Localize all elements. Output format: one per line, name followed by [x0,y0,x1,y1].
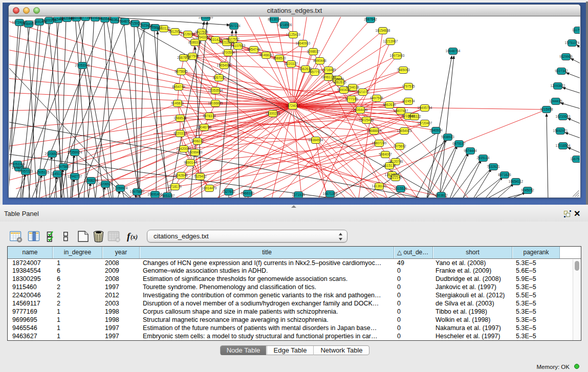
svg-text:23420046: 23420046 [177,147,191,150]
svg-text:10653287: 10653287 [160,194,175,198]
svg-text:7975692: 7975692 [393,144,406,148]
svg-text:16210643: 16210643 [556,115,571,118]
svg-text:9242848: 9242848 [175,173,188,177]
svg-text:13654923: 13654923 [397,129,412,133]
svg-text:11125419: 11125419 [286,33,300,36]
svg-text:1588520: 1588520 [173,116,187,120]
svg-text:9245052: 9245052 [521,188,534,192]
svg-text:16543382: 16543382 [195,35,210,39]
svg-text:15495754: 15495754 [418,106,432,110]
svg-text:7485063: 7485063 [397,68,410,72]
svg-text:1621072: 1621072 [356,90,369,94]
svg-text:23226058: 23226058 [181,32,195,36]
svg-text:9890144: 9890144 [184,161,197,164]
svg-text:1588520: 1588520 [273,56,286,60]
svg-text:6479197: 6479197 [452,142,466,145]
svg-text:12942737: 12942737 [68,174,82,178]
svg-text:1117534: 1117534 [572,28,580,32]
svg-text:5875685: 5875685 [175,70,188,73]
svg-text:9827552: 9827552 [226,37,239,41]
svg-text:15692971: 15692971 [553,129,568,133]
svg-text:9474444: 9474444 [464,149,477,152]
svg-text:8912954: 8912954 [168,30,182,33]
svg-text:16107553: 16107553 [231,44,246,48]
svg-text:16914479: 16914479 [202,186,217,190]
svg-text:10120746: 10120746 [388,160,403,163]
svg-text:16648764: 16648764 [446,49,461,53]
svg-text:3024574: 3024574 [402,99,415,103]
svg-text:1797515: 1797515 [402,84,415,88]
svg-text:10975887: 10975887 [130,190,145,193]
svg-text:17359924: 17359924 [113,186,128,190]
svg-text:18640910: 18640910 [296,41,311,45]
svg-text:19384554: 19384554 [309,138,323,142]
svg-text:5984067: 5984067 [379,152,392,156]
svg-text:5938923: 5938923 [441,135,454,139]
svg-text:1640934: 1640934 [429,128,443,132]
svg-text:12093822: 12093822 [551,84,565,87]
svg-text:7625402: 7625402 [193,174,207,178]
svg-text:1615132: 1615132 [383,164,396,167]
svg-text:9777169: 9777169 [345,97,358,101]
svg-text:16154838: 16154838 [376,29,390,32]
svg-text:9457791: 9457791 [308,70,321,74]
svg-text:19218506: 19218506 [277,23,292,27]
svg-text:20053346: 20053346 [75,63,90,67]
svg-text:7632621: 7632621 [487,165,500,168]
svg-text:14136141: 14136141 [372,184,387,188]
svg-text:20364436: 20364436 [353,108,368,112]
svg-text:8454749: 8454749 [247,48,260,51]
svg-text:2687642: 2687642 [364,17,377,21]
svg-text:12213967: 12213967 [383,39,398,43]
svg-text:8454749: 8454749 [172,85,185,89]
svg-text:10975887: 10975887 [56,165,71,168]
svg-text:7357224: 7357224 [227,24,241,28]
svg-text:1071915: 1071915 [292,193,305,196]
svg-text:10807447: 10807447 [394,109,408,113]
svg-text:(x): (x) [130,233,138,240]
svg-text:6794028: 6794028 [346,85,359,89]
svg-text:15720407: 15720407 [418,121,432,125]
svg-text:7663822: 7663822 [434,193,448,197]
svg-text:3267110: 3267110 [213,76,226,79]
svg-text:8220337: 8220337 [173,132,187,135]
svg-text:10688609: 10688609 [367,129,382,133]
svg-text:2367608: 2367608 [177,56,190,59]
svg-text:17359924: 17359924 [68,150,82,154]
svg-text:8471626: 8471626 [498,173,511,177]
svg-text:12353594: 12353594 [208,89,223,92]
svg-text:20206526: 20206526 [45,152,60,156]
svg-text:18724007: 18724007 [286,104,300,107]
svg-text:12213369: 12213369 [220,40,234,44]
svg-text:1098617: 1098617 [307,50,320,53]
svg-text:9329966: 9329966 [559,55,573,58]
svg-text:9227342: 9227342 [555,69,568,73]
svg-text:15751074: 15751074 [565,41,580,45]
svg-text:1167534: 1167534 [571,157,580,161]
svg-text:3215958: 3215958 [540,107,553,111]
svg-text:18807249: 18807249 [372,141,387,145]
svg-text:10025438: 10025438 [359,118,374,122]
svg-text:20206526: 20206526 [98,182,113,186]
svg-text:9146821: 9146821 [171,101,184,105]
svg-text:8813014: 8813014 [268,17,281,21]
svg-text:1527602: 1527602 [222,190,235,193]
svg-text:2935114: 2935114 [477,156,490,160]
svg-text:18300295: 18300295 [266,112,280,115]
svg-text:1700564: 1700564 [222,51,235,54]
svg-text:17016504: 17016504 [556,144,571,147]
svg-text:8990448: 8990448 [313,59,326,62]
svg-text:19166825: 19166825 [208,101,223,105]
svg-text:10973493: 10973493 [390,54,405,57]
svg-text:16033809: 16033809 [199,17,213,19]
svg-text:3498222: 3498222 [191,139,204,143]
svg-text:1145139: 1145139 [51,172,64,176]
svg-text:16782759: 16782759 [12,166,27,169]
svg-text:8186328: 8186328 [188,40,202,44]
svg-text:20053346: 20053346 [10,162,25,166]
svg-text:2522140: 2522140 [389,176,402,179]
svg-text:16671355: 16671355 [323,192,338,195]
svg-text:6497508: 6497508 [370,96,383,100]
svg-text:8220337: 8220337 [285,62,298,65]
svg-text:2718179: 2718179 [168,185,182,188]
